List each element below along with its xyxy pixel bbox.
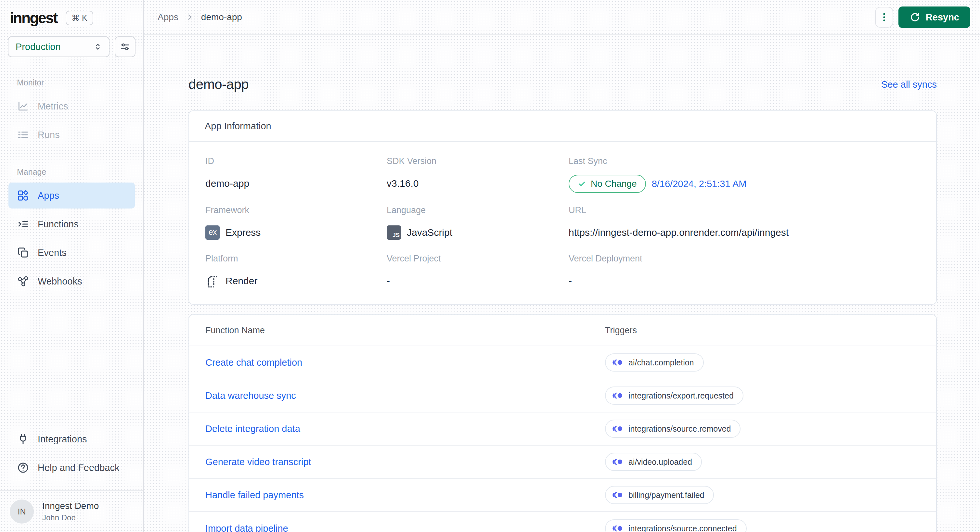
sidebar-item-label: Events	[38, 248, 67, 258]
environment-label: Production	[16, 41, 61, 52]
function-name-link[interactable]: Data warehouse sync	[205, 391, 296, 401]
function-row: Import data pipeline integrations/source…	[189, 512, 936, 532]
sidebar-item-label: Functions	[38, 219, 79, 230]
trigger-name: ai/video.uploaded	[628, 457, 692, 467]
function-row: Handle failed payments billing/payment.f…	[189, 479, 936, 512]
help-circle-icon	[17, 462, 29, 474]
functions-table-card: Function Name Triggers Create chat compl…	[188, 314, 937, 532]
page-title: demo-app	[188, 77, 248, 92]
breadcrumb: Apps demo-app	[158, 12, 242, 22]
profile-org-name: Inngest Demo	[42, 501, 99, 511]
field-framework: Framework ex Express	[205, 205, 387, 241]
function-list-icon	[17, 218, 29, 230]
sidebar-item-integrations[interactable]: Integrations	[8, 426, 135, 452]
functions-table-header: Function Name Triggers	[189, 315, 936, 346]
event-icon	[612, 524, 623, 532]
trigger-name: billing/payment.failed	[628, 491, 704, 500]
function-row: Create chat completion ai/chat.completio…	[189, 346, 936, 380]
trigger-pill[interactable]: billing/payment.failed	[605, 486, 714, 504]
field-url: URL https://inngest-demo-app.onrender.co…	[569, 205, 921, 241]
main-area: Apps demo-app Resync demo-app See all	[144, 0, 980, 532]
event-icon	[612, 457, 623, 466]
field-id: ID demo-app	[205, 156, 387, 193]
sidebar-item-webhooks[interactable]: Webhooks	[8, 268, 135, 294]
chevron-right-icon	[186, 13, 194, 21]
sidebar-item-runs[interactable]: Runs	[8, 122, 135, 148]
command-palette-shortcut[interactable]: ⌘ K	[66, 11, 93, 25]
breadcrumb-current: demo-app	[201, 12, 242, 22]
sidebar-item-help[interactable]: Help and Feedback	[8, 455, 135, 481]
field-vercel-deployment: Vercel Deployment -	[569, 254, 921, 290]
unfold-chevrons-icon	[92, 41, 103, 52]
field-language: Language JS JavaScript	[387, 205, 569, 241]
profile-user-name: John Doe	[42, 513, 99, 522]
resync-button[interactable]: Resync	[899, 6, 970, 28]
trigger-pill[interactable]: ai/video.uploaded	[605, 453, 702, 471]
trigger-pill[interactable]: integrations/source.connected	[605, 519, 747, 532]
sidebar-item-label: Help and Feedback	[38, 462, 119, 473]
function-name-link[interactable]: Delete integration data	[205, 424, 300, 434]
function-row: Delete integration data integrations/sou…	[189, 413, 936, 446]
sidebar-item-metrics[interactable]: Metrics	[8, 93, 135, 119]
event-icon	[612, 424, 623, 433]
sliders-icon	[119, 41, 130, 52]
trigger-name: integrations/export.requested	[628, 391, 734, 400]
inngest-logo[interactable]: inngest	[10, 9, 57, 27]
event-icon	[612, 358, 623, 367]
trigger-name: ai/chat.completion	[628, 358, 694, 367]
function-name-link[interactable]: Generate video transcript	[205, 457, 311, 467]
chart-icon	[17, 100, 29, 113]
page-content: demo-app See all syncs App Information I…	[144, 35, 980, 532]
share-nodes-icon	[17, 275, 29, 287]
function-name-link[interactable]: Handle failed payments	[205, 490, 304, 500]
check-icon	[578, 179, 586, 188]
resync-label: Resync	[926, 12, 959, 23]
no-change-badge: No Change	[569, 175, 646, 193]
last-sync-date-link[interactable]: 8/16/2024, 2:51:31 AM	[652, 179, 747, 189]
environment-select[interactable]: Production	[8, 37, 110, 57]
topbar: Apps demo-app Resync	[144, 0, 980, 35]
function-row: Data warehouse sync integrations/export.…	[189, 380, 936, 413]
sidebar-item-label: Apps	[38, 190, 59, 201]
sync-icon	[910, 12, 921, 23]
breadcrumb-apps-link[interactable]: Apps	[158, 12, 178, 22]
function-name-link[interactable]: Create chat completion	[205, 357, 302, 368]
event-icon	[612, 391, 623, 400]
kebab-icon	[879, 12, 889, 23]
app-information-title: App Information	[189, 111, 936, 142]
render-icon	[205, 274, 220, 288]
javascript-icon: JS	[387, 226, 401, 240]
sidebar-item-label: Webhooks	[38, 276, 82, 287]
app-actions-menu-button[interactable]	[875, 7, 893, 28]
column-function-name: Function Name	[205, 326, 605, 335]
function-row: Generate video transcript ai/video.uploa…	[189, 446, 936, 479]
field-platform: Platform Render	[205, 254, 387, 290]
sidebar-item-label: Integrations	[38, 434, 87, 445]
sidebar: inngest ⌘ K Production Monitor Metrics R…	[0, 0, 144, 532]
event-icon	[612, 491, 623, 499]
field-last-sync: Last Sync No Change 8/16/2024, 2:51:31 A…	[569, 156, 921, 193]
sidebar-item-functions[interactable]: Functions	[8, 211, 135, 237]
trigger-pill[interactable]: ai/chat.completion	[605, 353, 704, 372]
field-sdk-version: SDK Version v3.16.0	[387, 156, 569, 193]
copy-squares-icon	[17, 246, 29, 259]
field-vercel-project: Vercel Project -	[387, 254, 569, 290]
environment-filter-button[interactable]	[115, 37, 135, 57]
sidebar-item-label: Runs	[38, 130, 60, 140]
trigger-pill[interactable]: integrations/source.removed	[605, 419, 741, 438]
sidebar-item-events[interactable]: Events	[8, 240, 135, 266]
plug-icon	[17, 433, 29, 445]
express-icon: ex	[205, 226, 220, 240]
trigger-pill[interactable]: integrations/export.requested	[605, 386, 743, 405]
apps-icon	[17, 189, 29, 202]
trigger-name: integrations/source.connected	[628, 524, 737, 532]
trigger-name: integrations/source.removed	[628, 424, 731, 434]
see-all-syncs-link[interactable]: See all syncs	[881, 79, 937, 90]
list-icon	[17, 129, 29, 141]
app-information-card: App Information ID demo-app SDK Version …	[188, 110, 937, 305]
profile-menu[interactable]: IN Inngest Demo John Doe	[0, 491, 143, 532]
sidebar-item-label: Metrics	[38, 101, 68, 112]
sidebar-item-apps[interactable]: Apps	[8, 183, 135, 208]
column-triggers: Triggers	[605, 326, 921, 335]
function-name-link[interactable]: Import data pipeline	[205, 523, 288, 532]
